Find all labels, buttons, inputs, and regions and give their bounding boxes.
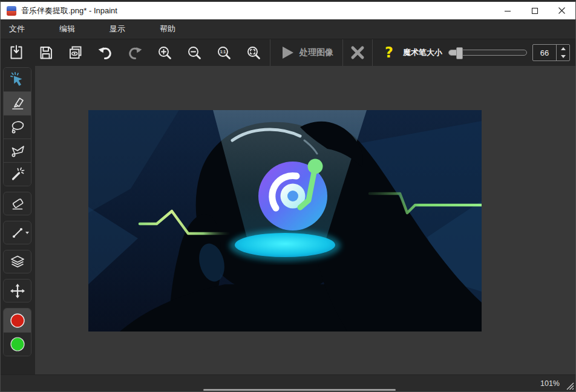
magic-brush-slider[interactable] — [448, 50, 527, 56]
close-button[interactable] — [548, 2, 575, 19]
toolbar-separator — [372, 39, 373, 67]
tool-eraser[interactable] — [3, 192, 31, 215]
zoom-out-button[interactable] — [181, 41, 208, 65]
menubar: 文件 编辑 显示 帮助 — [1, 19, 575, 39]
process-image-label: 处理图像 — [299, 47, 333, 58]
play-triangle-icon — [280, 45, 295, 60]
help-button[interactable]: ? — [379, 44, 399, 61]
undo-arrow-icon — [97, 45, 113, 60]
magnifier-fit-icon — [246, 45, 261, 60]
layers-icon — [10, 254, 25, 270]
tool-sidebar — [1, 66, 35, 374]
app-window: 音乐伴奏提取.png* - Inpaint 文件 编辑 显示 帮助 — [0, 0, 576, 392]
magic-wand-icon — [10, 166, 25, 182]
marker-pen-icon — [10, 96, 25, 111]
tool-line[interactable] — [3, 221, 31, 244]
slider-handle[interactable] — [456, 47, 463, 59]
minimize-button[interactable] — [494, 2, 521, 19]
glow-pool — [235, 233, 335, 257]
question-mark-icon: ? — [385, 44, 393, 61]
canvas-area[interactable] — [35, 66, 575, 374]
maximize-icon — [531, 7, 538, 15]
folder-import-icon — [8, 45, 24, 60]
process-image-button[interactable]: 处理图像 — [270, 39, 342, 67]
window-controls — [494, 2, 575, 19]
tool-layers[interactable] — [3, 250, 31, 273]
redo-arrow-icon — [127, 45, 143, 60]
magic-brush-value[interactable]: 66 — [533, 45, 556, 60]
tool-polygon-lasso[interactable] — [4, 139, 31, 162]
resize-grip-icon[interactable] — [565, 381, 574, 390]
spin-arrows — [556, 45, 569, 60]
red-circle-icon — [9, 312, 26, 329]
redo-button[interactable] — [122, 41, 148, 65]
close-icon — [558, 7, 566, 15]
minimize-icon — [504, 7, 511, 15]
mask-color-group — [3, 308, 31, 356]
window-title: 音乐伴奏提取.png* - Inpaint — [21, 5, 117, 16]
toolbar: 1:1 处理图像 — [1, 39, 575, 66]
zoom-fit-button[interactable] — [240, 41, 267, 65]
cancel-button[interactable] — [343, 39, 372, 67]
magic-brush-spinbox[interactable]: 66 — [532, 44, 570, 61]
magic-cursor-icon — [10, 72, 25, 88]
preview-button[interactable] — [62, 41, 89, 65]
spin-up-button[interactable] — [557, 45, 569, 53]
save-button[interactable] — [33, 41, 59, 65]
zoom-actual-button[interactable]: 1:1 — [211, 41, 237, 65]
spin-down-button[interactable] — [557, 53, 569, 60]
line-tool-icon — [10, 225, 25, 241]
magic-brush-size-label: 魔术笔大小 — [403, 47, 442, 58]
triangle-up-icon — [561, 47, 566, 50]
preview-eye-icon — [68, 45, 83, 60]
zoom-level: 101% — [540, 379, 560, 388]
eraser-icon — [10, 196, 25, 212]
undo-button[interactable] — [92, 41, 119, 65]
tool-move[interactable] — [3, 279, 31, 302]
tool-marker[interactable] — [4, 91, 31, 115]
magnifier-plus-icon — [157, 45, 172, 60]
tool-lasso[interactable] — [4, 115, 31, 139]
menu-view[interactable]: 显示 — [101, 24, 151, 34]
open-button[interactable] — [3, 41, 30, 65]
canvas-image[interactable] — [88, 110, 482, 332]
x-cross-icon — [350, 45, 365, 60]
app-logo-icon — [7, 6, 16, 16]
tool-magic-select[interactable] — [4, 68, 31, 91]
tool-mask-green[interactable] — [4, 332, 31, 356]
titlebar: 音乐伴奏提取.png* - Inpaint — [1, 2, 575, 19]
tool-mask-red[interactable] — [4, 309, 31, 332]
zoom-in-button[interactable] — [151, 41, 178, 65]
magnifier-minus-icon — [186, 45, 202, 60]
maximize-button[interactable] — [521, 2, 548, 19]
triangle-down-icon — [561, 55, 566, 58]
polygon-lasso-icon — [10, 143, 25, 158]
tool-magic-wand[interactable] — [4, 162, 31, 186]
green-circle-icon — [9, 336, 26, 353]
menu-file[interactable]: 文件 — [1, 24, 51, 34]
magnifier-1-1-icon: 1:1 — [216, 45, 232, 60]
main-area — [1, 66, 575, 374]
svg-text:1:1: 1:1 — [220, 50, 226, 54]
lasso-icon — [10, 119, 25, 135]
move-arrows-icon — [10, 283, 25, 299]
selection-tool-group — [3, 67, 31, 186]
menu-help[interactable]: 帮助 — [151, 24, 201, 34]
floppy-disk-icon — [38, 45, 54, 60]
horizontal-scrollbar[interactable] — [203, 389, 396, 391]
line-tool-dropdown-icon[interactable] — [25, 232, 29, 234]
menu-edit[interactable]: 编辑 — [51, 24, 101, 34]
